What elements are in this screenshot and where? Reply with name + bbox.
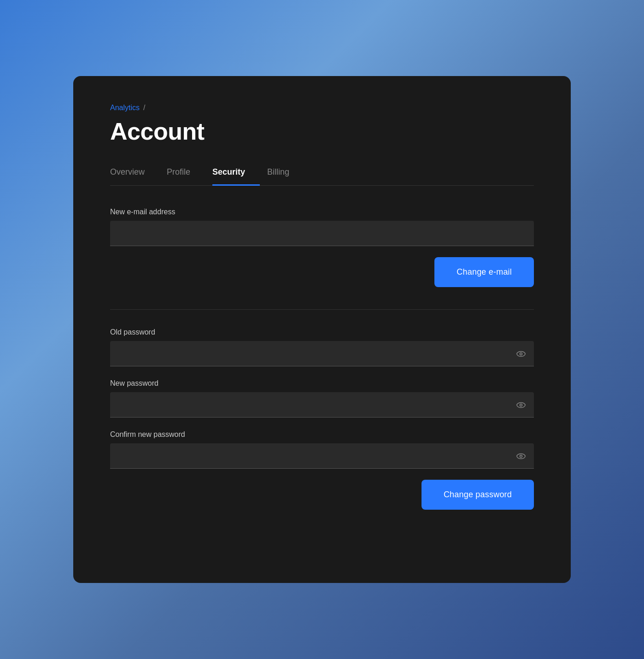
tab-billing[interactable]: Billing — [267, 162, 304, 186]
tab-security[interactable]: Security — [212, 162, 260, 186]
tab-overview[interactable]: Overview — [110, 162, 159, 186]
svg-point-3 — [520, 404, 522, 406]
confirm-password-input-wrapper — [110, 443, 534, 469]
svg-point-2 — [517, 402, 525, 407]
tab-profile[interactable]: Profile — [167, 162, 205, 186]
new-password-field-group: New password — [110, 379, 534, 418]
confirm-password-label: Confirm new password — [110, 430, 534, 439]
change-email-button[interactable]: Change e-mail — [434, 257, 534, 287]
password-button-row: Change password — [110, 480, 534, 510]
old-password-field-group: Old password — [110, 328, 534, 366]
new-password-label: New password — [110, 379, 534, 388]
email-input-wrapper — [110, 221, 534, 246]
breadcrumb-separator: / — [143, 104, 145, 112]
account-card: Analytics / Account Overview Profile Sec… — [73, 76, 571, 583]
old-password-input-wrapper — [110, 341, 534, 366]
svg-point-1 — [520, 353, 522, 355]
old-password-label: Old password — [110, 328, 534, 336]
new-password-toggle-icon[interactable] — [515, 400, 527, 411]
confirm-password-toggle-icon[interactable] — [515, 451, 527, 462]
new-password-input[interactable] — [110, 392, 534, 418]
email-button-row: Change e-mail — [110, 257, 534, 287]
old-password-toggle-icon[interactable] — [515, 348, 527, 359]
svg-point-0 — [517, 351, 525, 356]
new-password-input-wrapper — [110, 392, 534, 418]
tabs-nav: Overview Profile Security Billing — [110, 162, 534, 186]
email-input[interactable] — [110, 221, 534, 246]
confirm-password-field-group: Confirm new password — [110, 430, 534, 469]
password-section: Old password New password — [110, 328, 534, 510]
old-password-input[interactable] — [110, 341, 534, 366]
section-divider — [110, 309, 534, 310]
change-password-button[interactable]: Change password — [422, 480, 534, 510]
confirm-password-input[interactable] — [110, 443, 534, 469]
password-fields: Old password New password — [110, 328, 534, 469]
breadcrumb: Analytics / — [110, 104, 534, 112]
svg-point-4 — [517, 453, 525, 459]
email-section: New e-mail address Change e-mail — [110, 208, 534, 287]
svg-point-5 — [520, 455, 522, 457]
breadcrumb-analytics-link[interactable]: Analytics — [110, 104, 140, 112]
page-title: Account — [110, 118, 534, 145]
email-label: New e-mail address — [110, 208, 534, 216]
